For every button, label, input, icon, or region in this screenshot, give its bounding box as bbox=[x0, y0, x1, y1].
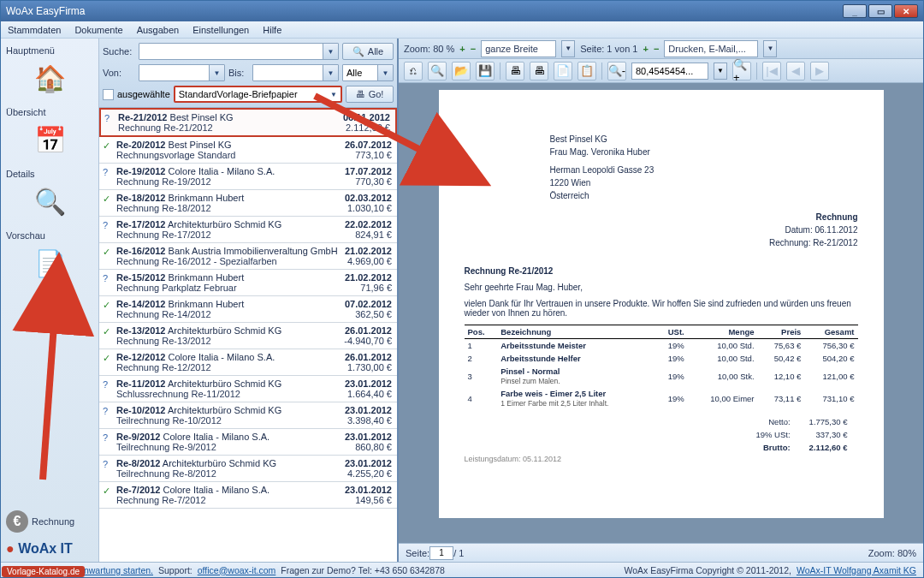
invoice-list[interactable]: ? Re-21/2012 Best Pinsel KG06.11.2012 Re… bbox=[99, 108, 397, 562]
invoice-list-item[interactable]: ✓ Re-16/2012 Bank Austria Immobilienvera… bbox=[99, 243, 397, 270]
template-value: StandardVorlage-Briefpapier bbox=[179, 89, 298, 99]
sidebar-uebersicht-label: Übersicht bbox=[1, 104, 98, 121]
bis-date-input[interactable]: ▼ bbox=[252, 64, 339, 81]
search-input[interactable]: ▼ bbox=[139, 43, 339, 60]
chevron-down-icon[interactable]: ▼ bbox=[330, 91, 337, 98]
menu-hilfe[interactable]: Hilfe bbox=[263, 25, 281, 35]
line-items-table: Pos.Bezeichnung USt.Menge PreisGesamt 1A… bbox=[465, 325, 858, 409]
sidebar-rechnung[interactable]: € Rechnung bbox=[1, 507, 98, 536]
preview-toolbar-icons: ⎌ 🔍 📂 💾 🖶 🖶 📄 📋 🔍- 80,4545454...▼ 🔍+ |◀ … bbox=[399, 59, 923, 83]
invoice-list-item[interactable]: ? Re-10/2012 Architekturbüro Schmid KG23… bbox=[99, 402, 397, 429]
status-page-label: Seite: bbox=[406, 548, 429, 558]
ausgewaehlte-checkbox[interactable] bbox=[103, 89, 114, 100]
status-zoom: Zoom: 80% bbox=[868, 548, 916, 558]
print-icon[interactable]: 🖶 bbox=[506, 62, 524, 80]
zoom-out-icon[interactable]: − bbox=[471, 44, 476, 54]
invoice-list-item[interactable]: ✓ Re-18/2012 Brinkmann Hubert02.03.2012 … bbox=[99, 190, 397, 217]
page-setup-icon[interactable]: 📄 bbox=[554, 62, 572, 80]
invoice-list-item[interactable]: ✓ Re-13/2012 Architekturbüro Schmid KG26… bbox=[99, 323, 397, 349]
invoice-list-pane: Suche: ▼ 🔍Alle Von: ▼ Bis: ▼ Alle▼ ausge… bbox=[99, 39, 399, 562]
invoice-list-item[interactable]: ✓ Re-20/2012 Best Pinsel KG26.07.2012 Re… bbox=[99, 137, 397, 164]
delivery-date: Leistungsdatum: 05.11.2012 bbox=[465, 455, 858, 463]
home-icon[interactable]: 🏠 bbox=[29, 61, 70, 95]
totals-table: Netto:1.775,30 €19% USt:337,30 €Brutto:2… bbox=[745, 414, 857, 455]
copyright-label: WoAx EasyFirma Copyright © 2011-2012, bbox=[624, 565, 791, 575]
rechnung-label: Rechnung bbox=[32, 516, 74, 527]
search-icon[interactable]: 🔍 bbox=[428, 62, 447, 80]
zoom-value-input[interactable]: 80,4545454... bbox=[631, 63, 708, 80]
invoice-document: Best Pinsel KG Frau Mag. Veronika Huber … bbox=[439, 90, 884, 518]
page-number-input[interactable] bbox=[429, 546, 453, 560]
prev-page-icon[interactable]: ◀ bbox=[786, 62, 805, 80]
sidebar-hauptmenu-label: Hauptmenü bbox=[1, 42, 98, 59]
calendar-icon[interactable]: 📅 bbox=[29, 122, 70, 157]
document-preview-icon[interactable]: 📄 bbox=[29, 246, 70, 280]
chevron-down-icon[interactable]: ▼ bbox=[323, 44, 338, 59]
quick-print-icon[interactable]: 🖶 bbox=[530, 62, 548, 80]
menu-dokumente[interactable]: Dokumente bbox=[74, 25, 122, 35]
open-folder-icon[interactable]: 📂 bbox=[452, 62, 471, 80]
invoice-list-item[interactable]: ? Re-15/2012 Brinkmann Hubert21.02.2012 … bbox=[99, 270, 397, 296]
menu-ausgaben[interactable]: Ausgaben bbox=[137, 25, 180, 35]
first-page-icon[interactable]: |◀ bbox=[762, 62, 781, 80]
maximize-button[interactable]: ▭ bbox=[868, 4, 892, 18]
von-date-input[interactable]: ▼ bbox=[139, 64, 225, 81]
recipient-address: Best Pinsel KG Frau Mag. Veronika Huber … bbox=[550, 133, 858, 202]
save-icon[interactable]: 💾 bbox=[476, 62, 495, 80]
title-bar: WoAx EasyFirma _ ▭ ✕ bbox=[1, 1, 923, 21]
footer-bar: Version 2.11.7 Fernwartung starten. Supp… bbox=[1, 562, 923, 577]
document-header: Rechnung Datum: 06.11.2012 Rechnung: Re-… bbox=[465, 211, 858, 249]
woax-logo: ● WoAx IT bbox=[1, 536, 98, 562]
chevron-down-icon[interactable]: ▼ bbox=[323, 65, 338, 80]
menu-einstellungen[interactable]: Einstellungen bbox=[192, 25, 249, 35]
ausgewaehlte-label: ausgewählte bbox=[117, 89, 170, 99]
export-icon[interactable]: 📋 bbox=[578, 62, 596, 80]
invoice-list-item[interactable]: ✓ Re-14/2012 Brinkmann Hubert07.02.2012 … bbox=[99, 296, 397, 323]
sidebar-vorschau-label: Vorschau bbox=[1, 227, 98, 244]
invoice-list-item[interactable]: ? Re-17/2012 Architekturbüro Schmid KG22… bbox=[99, 217, 397, 243]
page-label: Seite: 1 von 1 bbox=[580, 44, 637, 54]
support-email-link[interactable]: office@woax-it.com bbox=[198, 565, 276, 575]
page-next-icon[interactable]: + bbox=[643, 44, 648, 54]
von-label: Von: bbox=[103, 68, 135, 78]
zoom-in-icon[interactable]: + bbox=[459, 44, 465, 54]
page-prev-icon[interactable]: − bbox=[654, 44, 659, 54]
zoom-in-button[interactable]: 🔍+ bbox=[732, 62, 751, 80]
chevron-down-icon[interactable]: ▼ bbox=[377, 65, 393, 80]
preview-toolbar-top: Zoom: 80 % + − ganze Breite▼ Seite: 1 vo… bbox=[399, 39, 923, 59]
template-select[interactable]: StandardVorlage-Briefpapier ▼ bbox=[174, 86, 342, 103]
menu-stammdaten[interactable]: Stammdaten bbox=[8, 25, 61, 35]
vorlage-katalog-tag: Vorlage-Katalog.de bbox=[2, 566, 85, 577]
invoice-list-item[interactable]: ? Re-21/2012 Best Pinsel KG06.11.2012 Re… bbox=[99, 108, 397, 137]
close-button[interactable]: ✕ bbox=[894, 4, 918, 18]
window-title: WoAx EasyFirma bbox=[6, 5, 85, 17]
invoice-list-item[interactable]: ✓ Re-12/2012 Colore Italia - Milano S.A.… bbox=[99, 349, 397, 376]
preview-status-bar: Seite: / 1 Zoom: 80% bbox=[399, 543, 923, 562]
next-page-icon[interactable]: ▶ bbox=[810, 62, 829, 80]
invoice-list-item[interactable]: ? Re-11/2012 Architekturbüro Schmid KG23… bbox=[99, 376, 397, 402]
salutation: Sehr geehrte Frau Mag. Huber, bbox=[465, 283, 858, 292]
intro-text: vielen Dank für Ihr Vertrauen in unsere … bbox=[465, 299, 858, 318]
minimize-button[interactable]: _ bbox=[843, 4, 867, 18]
go-button[interactable]: 🖶Go! bbox=[346, 86, 394, 103]
preview-pane: Zoom: 80 % + − ganze Breite▼ Seite: 1 vo… bbox=[399, 39, 923, 562]
chevron-down-icon[interactable]: ▼ bbox=[714, 63, 727, 80]
magnifier-icon[interactable]: 🔍 bbox=[29, 184, 70, 218]
invoice-list-item[interactable]: ? Re-9/2012 Colore Italia - Milano S.A.2… bbox=[99, 429, 397, 456]
fit-select[interactable]: ganze Breite bbox=[481, 40, 556, 57]
chevron-down-icon[interactable]: ▼ bbox=[561, 40, 575, 57]
euro-icon: € bbox=[6, 510, 28, 533]
page-total: / 1 bbox=[453, 548, 464, 558]
chevron-down-icon[interactable]: ▼ bbox=[763, 40, 777, 57]
invoice-list-item[interactable]: ✓ Re-7/2012 Colore Italia - Milano S.A.2… bbox=[99, 482, 397, 509]
alle-button[interactable]: 🔍Alle bbox=[342, 43, 394, 60]
sitemap-icon[interactable]: ⎌ bbox=[404, 62, 423, 80]
zoom-out-button[interactable]: 🔍- bbox=[607, 62, 626, 80]
invoice-list-item[interactable]: ? Re-19/2012 Colore Italia - Milano S.A.… bbox=[99, 164, 397, 190]
print-select[interactable]: Drucken, E-Mail,... bbox=[664, 40, 758, 57]
invoice-list-item[interactable]: ? Re-8/2012 Architekturbüro Schmid KG23.… bbox=[99, 456, 397, 482]
chevron-down-icon[interactable]: ▼ bbox=[209, 65, 224, 80]
filter-select[interactable]: Alle▼ bbox=[342, 64, 394, 81]
preview-scroll-area[interactable]: Best Pinsel KG Frau Mag. Veronika Huber … bbox=[399, 83, 923, 543]
copyright-link[interactable]: WoAx-IT Wolfgang Axamit KG bbox=[797, 565, 916, 575]
